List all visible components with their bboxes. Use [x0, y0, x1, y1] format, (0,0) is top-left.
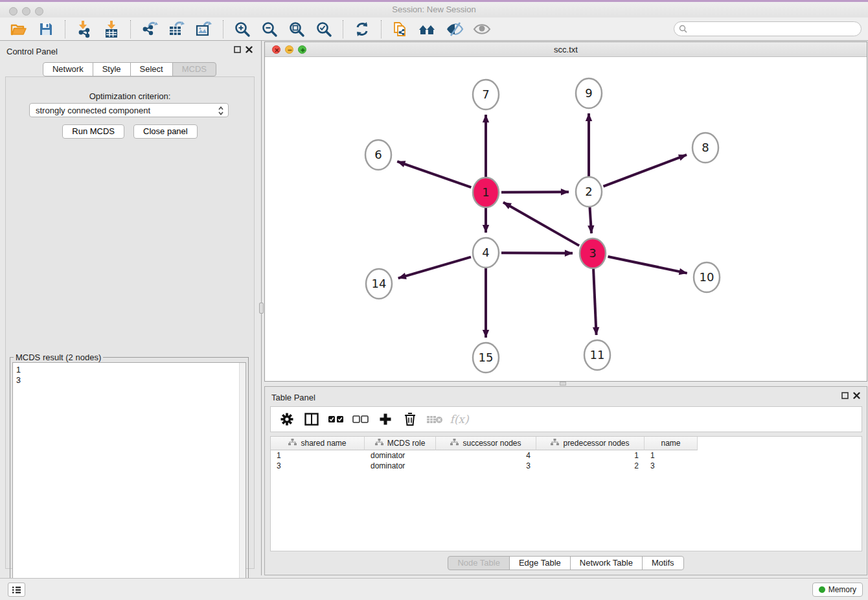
table-cell[interactable]: 3 — [436, 461, 536, 471]
table-cell[interactable]: 3 — [271, 461, 365, 471]
node-label: 10 — [700, 270, 714, 284]
edge-2-8[interactable] — [603, 155, 687, 187]
node-8[interactable]: 8 — [692, 133, 718, 163]
splitter-grip[interactable] — [259, 303, 264, 314]
edge-3-1[interactable] — [503, 202, 579, 246]
column-header-MCDS-role[interactable]: MCDS role — [365, 437, 436, 450]
save-session-icon[interactable] — [36, 19, 56, 39]
table-cell[interactable]: dominator — [365, 450, 436, 461]
node-10[interactable]: 10 — [694, 262, 720, 292]
delete-columns-icon[interactable] — [400, 410, 420, 428]
unselect-all-columns-icon[interactable] — [351, 410, 371, 428]
node-3[interactable]: 3 — [580, 238, 606, 268]
node-11[interactable]: 11 — [584, 340, 610, 370]
table-row[interactable]: 3dominator323 — [271, 461, 862, 471]
close-panel-button[interactable]: Close panel — [133, 124, 198, 139]
node-7[interactable]: 7 — [473, 80, 499, 110]
table-cell[interactable]: 4 — [436, 450, 536, 461]
import-network-icon[interactable] — [74, 19, 95, 39]
table-cell[interactable]: dominator — [365, 461, 436, 471]
search-icon — [679, 25, 687, 33]
mcds-result-textarea[interactable]: 1 3 — [12, 362, 246, 599]
edge-4-3[interactable] — [501, 253, 573, 253]
optimization-criterion-select[interactable]: strongly connected component — [29, 103, 229, 117]
node-label: 11 — [590, 348, 605, 362]
close-table-panel-icon[interactable] — [853, 392, 860, 399]
node-table[interactable]: shared nameMCDS rolesuccessor nodesprede… — [270, 436, 862, 551]
titlebar: Session: New Session — [0, 2, 868, 17]
column-type-icon — [551, 439, 559, 448]
table-options-icon[interactable] — [277, 410, 297, 428]
mcds-result-text: 1 3 — [13, 363, 246, 386]
run-mcds-button[interactable]: Run MCDS — [62, 124, 124, 139]
float-table-panel-icon[interactable] — [841, 392, 849, 399]
vertical-splitter[interactable] — [259, 41, 264, 575]
node-14[interactable]: 14 — [366, 269, 392, 299]
network-window-titlebar[interactable]: scc.txt — [265, 42, 867, 57]
open-session-icon[interactable] — [8, 19, 29, 39]
network-canvas[interactable]: 7968124314101511 — [265, 57, 867, 381]
status-bar: Memory — [0, 578, 868, 600]
export-network-icon[interactable] — [139, 19, 160, 39]
zoom-selected-icon[interactable] — [314, 19, 334, 39]
tab-network-table[interactable]: Network Table — [570, 556, 643, 570]
result-scrollbar[interactable] — [239, 363, 246, 599]
table-cell[interactable]: 3 — [645, 461, 698, 471]
node-9[interactable]: 9 — [576, 78, 602, 108]
edge-1-6[interactable] — [397, 161, 471, 187]
apply-layout-icon[interactable] — [352, 19, 372, 39]
export-image-icon[interactable] — [194, 19, 214, 39]
edge-3-11[interactable] — [593, 269, 597, 335]
table-body: 1dominator4113dominator323 — [271, 450, 862, 471]
column-header-predecessor-nodes[interactable]: predecessor nodes — [536, 437, 645, 450]
close-panel-icon[interactable] — [246, 46, 253, 53]
table-cell[interactable]: 2 — [536, 461, 645, 471]
node-15[interactable]: 15 — [473, 343, 499, 373]
tab-node-table[interactable]: Node Table — [448, 556, 510, 570]
hide-selected-icon[interactable] — [444, 19, 465, 39]
horizontal-splitter-grip[interactable] — [560, 382, 566, 386]
delete-table-icon — [425, 410, 444, 428]
node-4[interactable]: 4 — [473, 238, 499, 268]
table-cell[interactable]: 1 — [536, 450, 645, 461]
edge-3-10[interactable] — [608, 257, 687, 273]
create-column-icon[interactable] — [376, 410, 395, 428]
memory-button[interactable]: Memory — [812, 583, 863, 597]
table-row[interactable]: 1dominator411 — [271, 450, 862, 461]
edge-1-2[interactable] — [501, 192, 569, 192]
node-2[interactable]: 2 — [576, 177, 602, 207]
column-header-successor-nodes[interactable]: successor nodes — [436, 437, 536, 450]
tab-edge-table[interactable]: Edge Table — [509, 556, 571, 570]
node-label: 3 — [589, 246, 596, 260]
show-all-icon[interactable] — [472, 19, 492, 39]
select-all-columns-icon[interactable] — [326, 410, 346, 428]
export-table-icon[interactable] — [166, 19, 187, 39]
table-cell[interactable]: 1 — [271, 450, 365, 461]
node-1[interactable]: 1 — [473, 178, 499, 207]
column-header-name[interactable]: name — [645, 437, 698, 450]
zoom-fit-icon[interactable] — [286, 19, 307, 39]
column-header-shared-name[interactable]: shared name — [271, 437, 365, 450]
graph-svg: 7968124314101511 — [265, 57, 867, 381]
node-label: 7 — [482, 87, 489, 101]
edge-4-14[interactable] — [398, 257, 471, 279]
edge-2-3[interactable] — [590, 207, 592, 233]
tab-network[interactable]: Network — [43, 62, 93, 76]
tab-mcds[interactable]: MCDS — [172, 62, 216, 76]
zoom-in-icon[interactable] — [232, 19, 253, 39]
search-input[interactable] — [674, 21, 862, 36]
tab-motifs[interactable]: Motifs — [642, 556, 684, 570]
tab-select[interactable]: Select — [130, 62, 173, 76]
node-label: 14 — [372, 277, 387, 290]
node-6[interactable]: 6 — [365, 140, 391, 170]
float-panel-icon[interactable] — [234, 46, 241, 53]
clone-network-icon[interactable] — [390, 19, 411, 39]
task-history-button[interactable] — [8, 583, 25, 597]
zoom-out-icon[interactable] — [259, 19, 280, 39]
table-cell[interactable]: 1 — [645, 450, 698, 461]
show-columns-icon[interactable] — [302, 410, 321, 428]
column-type-icon — [450, 439, 459, 448]
tab-style[interactable]: Style — [93, 62, 131, 76]
first-neighbors-icon[interactable] — [417, 19, 438, 39]
import-table-icon[interactable] — [101, 19, 122, 39]
